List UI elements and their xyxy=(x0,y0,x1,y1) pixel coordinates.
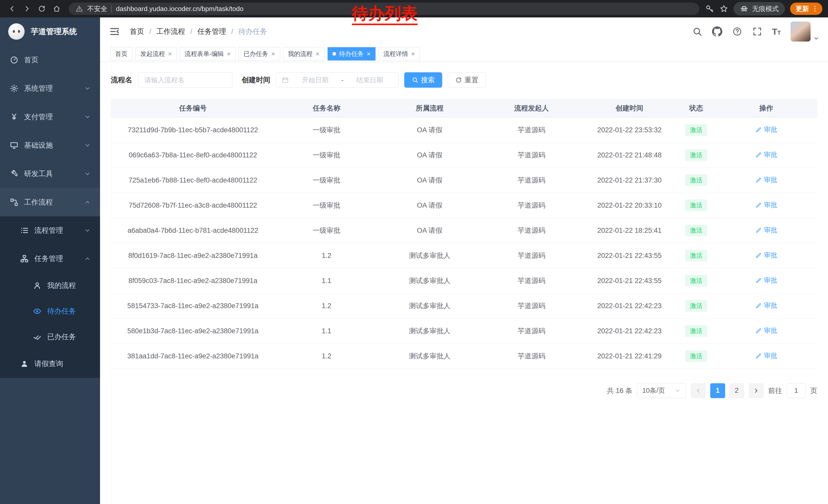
tab-home[interactable]: 首页 xyxy=(110,47,132,60)
cell-initiator: 芋道源码 xyxy=(481,142,582,168)
process-name-input[interactable] xyxy=(138,72,233,88)
status-badge: 激活 xyxy=(685,199,707,212)
cell-process: OA 请假 xyxy=(378,118,481,142)
search-button[interactable]: 搜索 xyxy=(404,72,442,88)
sidebar-item-home[interactable]: 首页 xyxy=(0,46,100,74)
end-date-placeholder[interactable]: 结束日期 xyxy=(346,76,393,85)
breadcrumb-item[interactable]: 工作流程 xyxy=(157,27,185,36)
font-size-icon[interactable]: TT xyxy=(772,27,781,36)
breadcrumb-item[interactable]: 任务管理 xyxy=(198,27,226,36)
sidebar-item-my-process[interactable]: 我的流程 xyxy=(0,273,100,299)
search-icon[interactable] xyxy=(692,27,702,37)
tab-label: 我的流程 xyxy=(288,50,313,58)
approve-link[interactable]: 审批 xyxy=(755,200,777,210)
pagination-total: 共 16 条 xyxy=(607,386,632,395)
page-size-select[interactable]: 10条/页 xyxy=(637,383,686,398)
tab-process-detail[interactable]: 流程详情× xyxy=(379,47,420,60)
sidebar-item-label: 首页 xyxy=(24,55,38,65)
sidebar-item-payment-management[interactable]: 支付管理 xyxy=(0,102,100,131)
security-label[interactable]: 不安全 xyxy=(87,4,107,13)
bookmark-star-icon[interactable] xyxy=(719,4,729,13)
tab-close-icon[interactable]: × xyxy=(411,50,415,57)
sidebar-item-label: 基础设施 xyxy=(24,140,53,150)
github-icon[interactable] xyxy=(712,27,722,37)
approve-link[interactable]: 审批 xyxy=(755,150,777,159)
fullscreen-icon[interactable] xyxy=(752,27,762,37)
logo-row[interactable]: 芋道管理系统 xyxy=(0,17,100,46)
help-icon[interactable] xyxy=(732,27,742,37)
org-icon xyxy=(20,254,29,263)
page-button-2[interactable]: 2 xyxy=(729,383,744,398)
tab-form-edit[interactable]: 流程表单-编辑× xyxy=(180,47,236,60)
process-name-label: 流程名 xyxy=(111,75,132,85)
cell-task-name: 一级审批 xyxy=(275,168,378,193)
approve-link[interactable]: 审批 xyxy=(755,276,777,285)
tab-label: 首页 xyxy=(115,50,127,58)
back-button[interactable] xyxy=(6,2,18,15)
approve-label: 审批 xyxy=(764,251,777,260)
start-date-placeholder[interactable]: 开始日期 xyxy=(292,76,339,85)
sidebar-item-todo-task[interactable]: 待办任务 xyxy=(0,299,100,324)
sidebar-item-task-management[interactable]: 任务管理 xyxy=(0,244,100,273)
sidebar-item-done-task[interactable]: 已办任务 xyxy=(0,324,100,350)
approve-label: 审批 xyxy=(764,200,777,210)
next-page-button[interactable] xyxy=(749,383,763,398)
tab-todo-task[interactable]: 待办任务× xyxy=(328,47,376,60)
approve-link[interactable]: 审批 xyxy=(755,175,777,184)
tab-my-process[interactable]: 我的流程× xyxy=(283,47,325,60)
column-header: 状态 xyxy=(677,99,715,118)
cell-task-id: 8f059c03-7ac8-11ec-a9e2-a2380e71991a xyxy=(111,268,275,293)
approve-link[interactable]: 审批 xyxy=(755,226,777,235)
table-row: a6aba0a4-7b6d-11ec-b781-acde48001122一级审批… xyxy=(111,218,817,243)
update-button[interactable]: 更新 xyxy=(790,3,822,15)
sidebar-item-label: 工作流程 xyxy=(24,197,53,207)
approve-link[interactable]: 审批 xyxy=(755,351,777,360)
warning-icon xyxy=(75,5,83,12)
approve-link[interactable]: 审批 xyxy=(755,326,777,335)
table-row: 8f059c03-7ac8-11ec-a9e2-a2380e71991a1.1测… xyxy=(111,268,817,293)
goto-label: 前往 xyxy=(768,386,782,395)
key-icon[interactable] xyxy=(705,4,714,13)
gear-icon xyxy=(10,84,18,93)
sidebar-item-system-management[interactable]: 系统管理 xyxy=(0,74,100,102)
sidebar-item-infrastructure[interactable]: 基础设施 xyxy=(0,131,100,159)
edit-icon xyxy=(755,151,762,158)
tab-close-icon[interactable]: × xyxy=(227,50,231,57)
sidebar-item-leave-query[interactable]: 请假查询 xyxy=(0,350,100,378)
sidebar-collapse-icon[interactable] xyxy=(109,26,121,37)
approve-link[interactable]: 审批 xyxy=(755,125,777,134)
page-button-1[interactable]: 1 xyxy=(710,383,725,398)
tab-start-process[interactable]: 发起流程× xyxy=(135,47,177,60)
active-tab-dot xyxy=(332,52,336,56)
approve-link[interactable]: 审批 xyxy=(755,301,777,310)
cell-task-name: 1.2 xyxy=(275,293,378,318)
url-text[interactable]: dashboard.yudao.iocoder.cn/bpm/task/todo xyxy=(116,5,243,13)
breadcrumb-item[interactable]: 首页 xyxy=(130,27,144,36)
tab-close-icon[interactable]: × xyxy=(367,50,371,57)
avatar[interactable] xyxy=(791,21,811,42)
sidebar-item-process-management[interactable]: 流程管理 xyxy=(0,216,100,244)
sidebar-item-workflow[interactable]: 工作流程 xyxy=(0,188,100,216)
approve-label: 审批 xyxy=(764,150,777,159)
breadcrumb-separator: / xyxy=(190,28,192,36)
page-unit-label: 页 xyxy=(810,386,817,395)
tab-close-icon[interactable]: × xyxy=(316,50,320,57)
forward-button[interactable] xyxy=(20,2,33,15)
tab-close-icon[interactable]: × xyxy=(271,50,275,57)
tab-done-task[interactable]: 已办任务× xyxy=(239,47,280,60)
user-menu[interactable] xyxy=(791,21,819,42)
tab-label: 流程详情 xyxy=(383,50,408,58)
sidebar-item-dev-tools[interactable]: 研发工具 xyxy=(0,159,100,188)
home-button[interactable] xyxy=(50,2,63,15)
date-range-picker[interactable]: 开始日期 - 结束日期 xyxy=(276,72,399,88)
tab-close-icon[interactable]: × xyxy=(168,50,172,57)
goto-page-input[interactable] xyxy=(787,383,806,398)
menu-dots-icon[interactable] xyxy=(811,5,819,12)
reset-button[interactable]: 重置 xyxy=(448,72,486,88)
approve-link[interactable]: 审批 xyxy=(755,251,777,260)
reload-button[interactable] xyxy=(35,2,48,15)
sidebar-menu: 首页系统管理支付管理基础设施研发工具工作流程流程管理任务管理我的流程待办任务已办… xyxy=(0,46,100,378)
eye-icon xyxy=(33,307,42,316)
prev-page-button[interactable] xyxy=(691,383,706,398)
update-label: 更新 xyxy=(796,4,809,13)
